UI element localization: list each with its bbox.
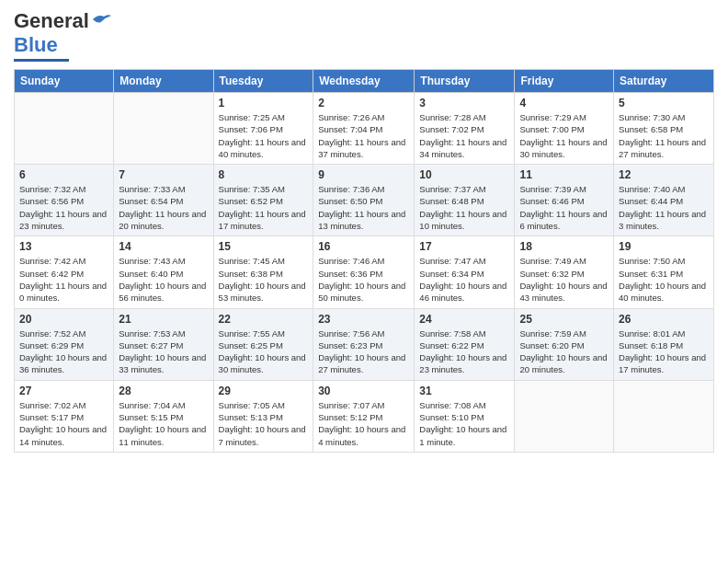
calendar-cell: 25Sunrise: 7:59 AMSunset: 6:20 PMDayligh… — [515, 308, 614, 380]
day-info: Sunrise: 7:45 AMSunset: 6:38 PMDaylight:… — [219, 255, 309, 304]
day-number: 20 — [19, 313, 108, 326]
day-info: Sunrise: 7:29 AMSunset: 7:00 PMDaylight:… — [519, 111, 609, 160]
day-info: Sunrise: 7:52 AMSunset: 6:29 PMDaylight:… — [19, 327, 108, 376]
day-info: Sunrise: 7:08 AMSunset: 5:10 PMDaylight:… — [419, 399, 509, 448]
day-info: Sunrise: 7:26 AMSunset: 7:04 PMDaylight:… — [318, 111, 409, 160]
day-number: 19 — [619, 240, 709, 253]
day-number: 31 — [419, 385, 509, 397]
day-info: Sunrise: 7:05 AMSunset: 5:13 PMDaylight:… — [219, 399, 309, 448]
day-number: 27 — [19, 385, 108, 397]
calendar-header-row: SundayMondayTuesdayWednesdayThursdayFrid… — [15, 70, 714, 93]
day-number: 1 — [219, 97, 309, 109]
calendar-cell: 7Sunrise: 7:33 AMSunset: 6:54 PMDaylight… — [114, 165, 213, 236]
calendar-week-row: 6Sunrise: 7:32 AMSunset: 6:56 PMDaylight… — [15, 165, 714, 236]
calendar-cell: 15Sunrise: 7:45 AMSunset: 6:38 PMDayligh… — [213, 236, 313, 308]
day-number: 12 — [619, 168, 709, 181]
day-number: 25 — [519, 313, 609, 326]
calendar-cell: 17Sunrise: 7:47 AMSunset: 6:34 PMDayligh… — [415, 236, 515, 308]
day-number: 10 — [419, 168, 509, 181]
day-number: 4 — [519, 97, 609, 109]
day-number: 18 — [519, 240, 609, 253]
day-info: Sunrise: 7:55 AMSunset: 6:25 PMDaylight:… — [219, 327, 309, 376]
logo: General Blue — [14, 9, 111, 62]
day-number: 6 — [19, 168, 108, 181]
day-info: Sunrise: 7:25 AMSunset: 7:06 PMDaylight:… — [219, 111, 309, 160]
day-info: Sunrise: 7:36 AMSunset: 6:50 PMDaylight:… — [318, 183, 409, 232]
day-number: 28 — [119, 385, 208, 397]
calendar-cell: 14Sunrise: 7:43 AMSunset: 6:40 PMDayligh… — [114, 236, 213, 308]
day-info: Sunrise: 7:40 AMSunset: 6:44 PMDaylight:… — [619, 183, 709, 232]
calendar-cell: 29Sunrise: 7:05 AMSunset: 5:13 PMDayligh… — [213, 380, 313, 452]
calendar-cell: 9Sunrise: 7:36 AMSunset: 6:50 PMDaylight… — [313, 165, 415, 236]
calendar-cell: 1Sunrise: 7:25 AMSunset: 7:06 PMDaylight… — [213, 93, 313, 165]
logo-bird-icon — [91, 12, 111, 27]
logo-general: General — [14, 9, 89, 33]
calendar-cell: 2Sunrise: 7:26 AMSunset: 7:04 PMDaylight… — [313, 93, 415, 165]
day-info: Sunrise: 7:39 AMSunset: 6:46 PMDaylight:… — [519, 183, 609, 232]
calendar-cell: 21Sunrise: 7:53 AMSunset: 6:27 PMDayligh… — [114, 308, 213, 380]
day-number: 8 — [219, 168, 309, 181]
day-info: Sunrise: 7:37 AMSunset: 6:48 PMDaylight:… — [419, 183, 509, 232]
day-info: Sunrise: 7:47 AMSunset: 6:34 PMDaylight:… — [419, 255, 509, 304]
weekday-header-monday: Monday — [114, 70, 213, 93]
calendar-cell: 23Sunrise: 7:56 AMSunset: 6:23 PMDayligh… — [313, 308, 415, 380]
weekday-header-sunday: Sunday — [15, 70, 114, 93]
calendar-cell: 19Sunrise: 7:50 AMSunset: 6:31 PMDayligh… — [614, 236, 714, 308]
day-info: Sunrise: 7:04 AMSunset: 5:15 PMDaylight:… — [119, 399, 208, 448]
day-info: Sunrise: 7:56 AMSunset: 6:23 PMDaylight:… — [318, 327, 409, 376]
weekday-header-tuesday: Tuesday — [213, 70, 313, 93]
weekday-header-saturday: Saturday — [614, 70, 714, 93]
calendar-cell: 11Sunrise: 7:39 AMSunset: 6:46 PMDayligh… — [515, 165, 614, 236]
calendar-cell: 22Sunrise: 7:55 AMSunset: 6:25 PMDayligh… — [213, 308, 313, 380]
day-info: Sunrise: 7:53 AMSunset: 6:27 PMDaylight:… — [119, 327, 208, 376]
calendar-cell: 8Sunrise: 7:35 AMSunset: 6:52 PMDaylight… — [213, 165, 313, 236]
logo-blue: Blue — [14, 33, 58, 57]
calendar-cell — [114, 93, 213, 165]
calendar-cell: 31Sunrise: 7:08 AMSunset: 5:10 PMDayligh… — [415, 380, 515, 452]
calendar-cell: 18Sunrise: 7:49 AMSunset: 6:32 PMDayligh… — [515, 236, 614, 308]
weekday-header-wednesday: Wednesday — [313, 70, 415, 93]
day-number: 3 — [419, 97, 509, 109]
calendar-cell: 4Sunrise: 7:29 AMSunset: 7:00 PMDaylight… — [515, 93, 614, 165]
day-number: 15 — [219, 240, 309, 253]
day-number: 26 — [619, 313, 709, 326]
calendar-cell: 20Sunrise: 7:52 AMSunset: 6:29 PMDayligh… — [15, 308, 114, 380]
day-info: Sunrise: 7:33 AMSunset: 6:54 PMDaylight:… — [119, 183, 208, 232]
day-info: Sunrise: 7:46 AMSunset: 6:36 PMDaylight:… — [318, 255, 409, 304]
day-info: Sunrise: 7:28 AMSunset: 7:02 PMDaylight:… — [419, 111, 509, 160]
day-number: 5 — [619, 97, 709, 109]
day-number: 9 — [318, 168, 409, 181]
calendar-cell: 26Sunrise: 8:01 AMSunset: 6:18 PMDayligh… — [614, 308, 714, 380]
day-info: Sunrise: 7:43 AMSunset: 6:40 PMDaylight:… — [119, 255, 208, 304]
day-info: Sunrise: 7:07 AMSunset: 5:12 PMDaylight:… — [318, 399, 409, 448]
calendar-cell: 5Sunrise: 7:30 AMSunset: 6:58 PMDaylight… — [614, 93, 714, 165]
day-info: Sunrise: 7:30 AMSunset: 6:58 PMDaylight:… — [619, 111, 709, 160]
day-info: Sunrise: 7:35 AMSunset: 6:52 PMDaylight:… — [219, 183, 309, 232]
day-info: Sunrise: 7:59 AMSunset: 6:20 PMDaylight:… — [519, 327, 609, 376]
day-number: 29 — [219, 385, 309, 397]
calendar-cell: 12Sunrise: 7:40 AMSunset: 6:44 PMDayligh… — [614, 165, 714, 236]
day-number: 11 — [519, 168, 609, 181]
day-number: 30 — [318, 385, 409, 397]
day-number: 23 — [318, 313, 409, 326]
day-number: 2 — [318, 97, 409, 109]
calendar-week-row: 13Sunrise: 7:42 AMSunset: 6:42 PMDayligh… — [15, 236, 714, 308]
day-info: Sunrise: 8:01 AMSunset: 6:18 PMDaylight:… — [619, 327, 709, 376]
calendar-cell — [515, 380, 614, 452]
logo-underline — [14, 59, 69, 62]
calendar-cell: 28Sunrise: 7:04 AMSunset: 5:15 PMDayligh… — [114, 380, 213, 452]
day-number: 7 — [119, 168, 208, 181]
calendar-cell: 27Sunrise: 7:02 AMSunset: 5:17 PMDayligh… — [15, 380, 114, 452]
day-number: 24 — [419, 313, 509, 326]
day-info: Sunrise: 7:32 AMSunset: 6:56 PMDaylight:… — [19, 183, 108, 232]
calendar-cell: 13Sunrise: 7:42 AMSunset: 6:42 PMDayligh… — [15, 236, 114, 308]
day-number: 22 — [219, 313, 309, 326]
calendar-week-row: 27Sunrise: 7:02 AMSunset: 5:17 PMDayligh… — [15, 380, 714, 452]
calendar-cell — [15, 93, 114, 165]
calendar-table: SundayMondayTuesdayWednesdayThursdayFrid… — [14, 69, 714, 453]
calendar-week-row: 20Sunrise: 7:52 AMSunset: 6:29 PMDayligh… — [15, 308, 714, 380]
calendar-cell: 16Sunrise: 7:46 AMSunset: 6:36 PMDayligh… — [313, 236, 415, 308]
calendar-week-row: 1Sunrise: 7:25 AMSunset: 7:06 PMDaylight… — [15, 93, 714, 165]
calendar-cell: 24Sunrise: 7:58 AMSunset: 6:22 PMDayligh… — [415, 308, 515, 380]
day-number: 16 — [318, 240, 409, 253]
